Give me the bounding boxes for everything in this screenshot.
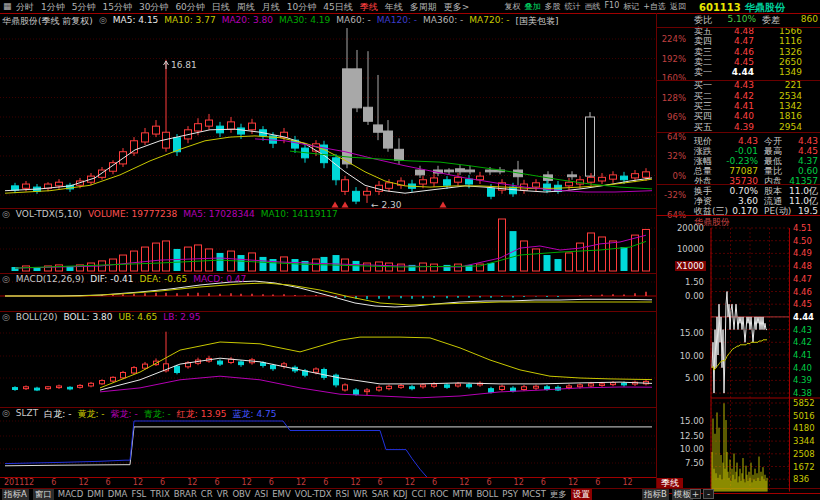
period-tab-current[interactable]: 季线 [657, 478, 683, 488]
info-value: 3.60 [714, 196, 758, 206]
intraday-volume-label: 836 [793, 474, 809, 484]
intraday-volume-label: 4180 [793, 423, 815, 433]
order-book-price: 4.45 [720, 57, 754, 67]
high-price-annotation: 16.81 [171, 60, 197, 70]
indicator-collapse-icon[interactable]: ◎ [2, 209, 10, 220]
indicator-tab-BOLL[interactable]: BOLL [476, 489, 498, 500]
date-label: 6 [214, 478, 219, 487]
info-label: 换手 [694, 186, 712, 196]
chart-title-part: [国美包装] [516, 15, 559, 26]
indicator-collapse-icon[interactable]: ◎ [2, 408, 10, 419]
intraday-price-label: 4.39 [793, 375, 812, 385]
indicator-tab-OBV[interactable]: OBV [232, 489, 250, 500]
intraday-volume-label: 3344 [793, 436, 815, 446]
indicator-tab-ROC[interactable]: ROC [430, 489, 449, 500]
chart-title-part: MA20: 3.80 [222, 15, 273, 26]
button-画线[interactable]: 画线 [585, 1, 601, 12]
intraday-price-label: 4.38 [793, 388, 812, 398]
marker-triangle [342, 202, 349, 208]
indicator-tab-FSL[interactable]: FSL [131, 489, 146, 500]
indicator-tab-MACD[interactable]: MACD [58, 489, 83, 500]
order-book-label: 卖一 [694, 67, 712, 77]
stock-name: 华鼎股份 [745, 2, 785, 13]
intraday-price-label: 4.45 [793, 299, 812, 309]
info-label: 现价 [694, 136, 712, 146]
intraday-price-label: 4.40 [793, 363, 812, 373]
indicator-tab-CCI[interactable]: CCI [412, 489, 426, 500]
info-value: 4.43 [714, 136, 758, 146]
button-复权[interactable]: 复权 [505, 1, 521, 12]
volume-header-part: VOLUME: 19777238 [88, 209, 177, 220]
indicator-tab-MCST[interactable]: MCST [522, 489, 546, 500]
indicator-tab-指标A[interactable]: 指标A [2, 489, 29, 500]
button-叠加[interactable]: 叠加 [525, 1, 541, 12]
intraday-volume-bars [712, 403, 767, 491]
app-window: ▦ 分时1分钟5分钟15分钟30分钟60分钟日线周线月线10分钟45日线季线年线… [0, 0, 820, 500]
date-label: 6 [378, 478, 383, 487]
indicator-tab-MTM[interactable]: MTM [453, 489, 473, 500]
intraday-axis: 4.514.504.494.484.474.464.454.444.434.42… [791, 0, 820, 500]
indicator-collapse-icon[interactable]: ◎ [99, 15, 107, 26]
indicator-tab-EMV[interactable]: EMV [272, 489, 291, 500]
intraday-price-label: 4.41 [793, 350, 812, 360]
volume-panel-header: ◎VOL-TDX(5,10)VOLUME: 19777238MA5: 17028… [2, 209, 338, 220]
indicator-tab-SAR[interactable]: SAR [372, 489, 389, 500]
indicator-tab-DMI[interactable]: DMI [87, 489, 103, 500]
indicator-tab-VR[interactable]: VR [217, 489, 229, 500]
info-value: 77087 [714, 166, 758, 176]
slzt-header-part: 蓝龙: 4.75 [232, 408, 276, 419]
date-label: 12 [568, 478, 578, 487]
indicator-tab-DMA[interactable]: DMA [108, 489, 128, 500]
indicator-tab-ASI[interactable]: ASI [255, 489, 269, 500]
order-book-label: 买四 [694, 111, 712, 121]
button-多股[interactable]: 多股 [545, 1, 561, 12]
intraday-price-label: 4.48 [793, 261, 812, 271]
indicator-tab-PSY[interactable]: PSY [502, 489, 518, 500]
indicator-tab-TRIX[interactable]: TRIX [150, 489, 169, 500]
date-label: 6 [323, 478, 328, 487]
weibi-value: 5.10% [722, 14, 756, 24]
indicator-tab-窗口[interactable]: 窗口 [33, 489, 54, 500]
indicator-tab-WR[interactable]: WR [353, 489, 367, 500]
date-label: 12 [78, 478, 88, 487]
volume-header-part: MA5: 17028344 [183, 209, 254, 220]
ma-lines [5, 129, 652, 193]
window-menu-icon[interactable]: ▦ [3, 1, 12, 11]
zoom-out-button[interactable]: - [703, 489, 714, 499]
boll-header-part: UB: 4.65 [119, 312, 158, 323]
info-label: 净资 [694, 196, 712, 206]
order-book-price: 4.41 [720, 101, 754, 111]
indicator-tab-BRAR[interactable]: BRAR [174, 489, 197, 500]
slzt-panel-header: ◎SLZT白龙: -黄龙: -紫龙: -青龙: -红龙: 13.95蓝龙: 4.… [2, 408, 276, 419]
button-标记[interactable]: 标记 [623, 1, 639, 12]
info-label: 涨跌 [694, 146, 712, 156]
intraday-price-label: 4.47 [793, 274, 812, 284]
order-book-label: 卖四 [694, 36, 712, 46]
indicator-collapse-icon[interactable]: ◎ [2, 274, 10, 285]
date-label: 6 [51, 478, 56, 487]
order-book-price: 4.39 [720, 122, 754, 132]
zoom-in-button[interactable]: + [690, 489, 701, 499]
slzt-header-part: 白龙: - [44, 408, 71, 419]
button-统计[interactable]: 统计 [565, 1, 581, 12]
boll-header-part: BOLL: 3.80 [63, 312, 112, 323]
indicator-tab-KDJ[interactable]: KDJ [393, 489, 408, 500]
intraday-price-label: 4.44 [793, 312, 814, 322]
indicator-tab-CR[interactable]: CR [201, 489, 213, 500]
date-label: 6 [595, 478, 600, 487]
chart-title-row: 华鼎股份(季线 前复权)◎MA5: 4.15MA10: 3.77MA20: 3.… [2, 15, 559, 26]
boll-header-part: BOLL(20) [16, 312, 58, 323]
indicator-tab-VOL-TDX[interactable]: VOL-TDX [295, 489, 332, 500]
order-book-price: 4.40 [720, 111, 754, 121]
intraday-price-label: 4.42 [793, 337, 812, 347]
intraday-volume-label: 1672 [793, 462, 815, 472]
date-label: 12 [405, 478, 415, 487]
indicator-tab-RSI[interactable]: RSI [336, 489, 350, 500]
tab-指标B[interactable]: 指标B [642, 489, 669, 500]
info-value: 0.70% [714, 186, 758, 196]
indicator-tab-设置[interactable]: 设置 [571, 489, 592, 500]
button-F10[interactable]: F10 [605, 1, 620, 12]
indicator-collapse-icon[interactable]: ◎ [2, 312, 10, 323]
indicator-tab-更多[interactable]: 更多 [550, 489, 567, 500]
intraday-price-label: 4.43 [793, 325, 812, 335]
